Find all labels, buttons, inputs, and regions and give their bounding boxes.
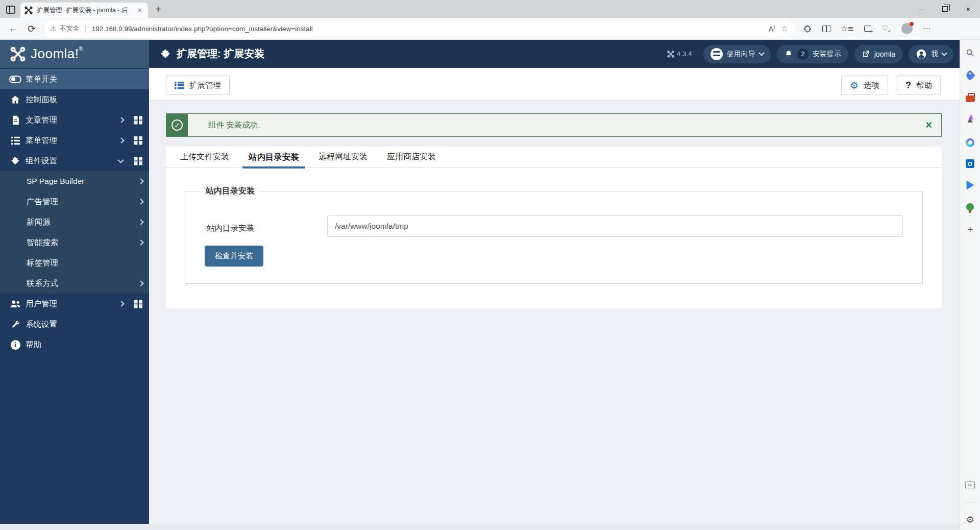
- sidebar-item-label: 文章管理: [26, 115, 57, 126]
- security-label[interactable]: 不安全: [60, 24, 80, 33]
- alert-message: 组件 安装成功.: [208, 120, 260, 131]
- settings-menu-icon[interactable]: ⋯: [923, 24, 930, 33]
- sidebar-subitem-label: 智能搜索: [27, 237, 58, 248]
- screenshot-icon[interactable]: ✂: [965, 479, 976, 491]
- drop-icon[interactable]: [965, 179, 976, 190]
- web-capture-icon[interactable]: [864, 26, 871, 32]
- browser-tab[interactable]: 扩展管理: 扩展安装 - joomla - 后 ×: [20, 3, 148, 18]
- install-folder-input[interactable]: [327, 215, 903, 237]
- chevron-right-icon[interactable]: [118, 301, 124, 306]
- sidebar-item-label: 控制面板: [26, 94, 57, 105]
- sidebar-subitem-contacts[interactable]: 联系方式: [0, 273, 149, 294]
- question-mark-icon: ?: [905, 80, 911, 91]
- profile-avatar[interactable]: [901, 23, 913, 34]
- tab-close-icon[interactable]: ×: [136, 6, 144, 14]
- info-icon: i: [9, 340, 21, 350]
- admin-sidebar: 菜单开关 控制面板 文章管理 菜单管理 组件设置 SP Page Builder…: [0, 68, 149, 524]
- check-and-install-button[interactable]: 检查并安装: [205, 246, 263, 267]
- dashboard-grid-icon[interactable]: [134, 116, 142, 125]
- split-screen-icon[interactable]: [822, 26, 830, 32]
- help-button[interactable]: ? 帮助: [897, 76, 941, 95]
- back-button[interactable]: ←: [4, 23, 22, 34]
- guide-button[interactable]: 使用向导: [703, 45, 771, 63]
- sidebar-subitem-banners[interactable]: 广告管理: [0, 191, 149, 212]
- sidebar-subitem-tags[interactable]: 标签管理: [0, 253, 149, 273]
- guide-button-label: 使用向导: [727, 50, 755, 59]
- sidebar-subitem-finder[interactable]: 智能搜索: [0, 232, 149, 253]
- sidebar-item-system[interactable]: 系统设置: [0, 314, 149, 334]
- tab-install-from-folder[interactable]: 站内目录安装: [242, 147, 305, 167]
- shopping-icon[interactable]: [965, 69, 976, 81]
- tools-icon[interactable]: [965, 92, 976, 103]
- outlook-icon[interactable]: O: [966, 159, 974, 168]
- sidebar-item-content[interactable]: 文章管理: [0, 110, 149, 130]
- preview-site-label: joomla: [874, 50, 895, 58]
- tab-title: 扩展管理: 扩展安装 - joomla - 后: [37, 6, 132, 15]
- browser-urlbar: ← ⟳ ⚠ 不安全 | 192.168.0.99/administrator/i…: [0, 18, 980, 40]
- close-button[interactable]: ×: [957, 0, 980, 17]
- new-tab-button[interactable]: +: [155, 3, 161, 16]
- refresh-button[interactable]: ⟳: [22, 23, 41, 35]
- sidebar-subitem-label: 标签管理: [27, 258, 58, 269]
- extensions-manage-button[interactable]: 扩展管理: [166, 76, 230, 95]
- url-text[interactable]: 192.168.0.99/administrator/index.php?opt…: [92, 25, 763, 33]
- address-bar[interactable]: ⚠ 不安全 | 192.168.0.99/administrator/index…: [44, 20, 794, 37]
- collections-icon[interactable]: ☆≡: [841, 24, 854, 33]
- restore-button[interactable]: [933, 0, 957, 17]
- joomla-logo-icon: [10, 46, 26, 62]
- workspaces-icon[interactable]: [6, 6, 15, 14]
- chevron-right-icon[interactable]: [118, 137, 124, 143]
- sidebar-item-label: 用户管理: [26, 299, 57, 309]
- external-link-icon: [862, 50, 870, 58]
- sidebar-item-menu-toggle[interactable]: 菜单开关: [0, 69, 149, 89]
- sidebar-item-components[interactable]: 组件设置: [0, 151, 149, 171]
- person-icon: [916, 49, 927, 60]
- extensions-icon[interactable]: [803, 25, 812, 33]
- minimize-button[interactable]: –: [910, 0, 933, 17]
- sidebar-item-dashboard[interactable]: 控制面板: [0, 89, 149, 110]
- dashboard-grid-icon[interactable]: [134, 157, 142, 165]
- chevron-right-icon[interactable]: [138, 219, 143, 225]
- chevron-down-icon: [758, 50, 764, 56]
- notifications-button[interactable]: 2 安装提示: [777, 45, 848, 63]
- alert-close-icon[interactable]: ×: [925, 119, 932, 131]
- settings-gear-icon[interactable]: ⚙: [965, 514, 976, 525]
- chevron-right-icon[interactable]: [138, 239, 143, 245]
- browser-essentials-icon[interactable]: ♡✔: [881, 24, 891, 34]
- chevron-down-icon[interactable]: [117, 157, 124, 163]
- user-menu-button[interactable]: 我: [909, 45, 953, 63]
- tab-upload-package[interactable]: 上传文件安装: [174, 147, 235, 167]
- dashboard-grid-icon[interactable]: [134, 136, 142, 145]
- copilot-icon[interactable]: [965, 137, 976, 148]
- install-tabs: 上传文件安装 站内目录安装 远程网址安装 应用商店安装: [166, 147, 942, 168]
- sidebar-item-menus[interactable]: 菜单管理: [0, 130, 149, 151]
- tab-install-from-url[interactable]: 远程网址安装: [312, 147, 374, 167]
- preview-site-button[interactable]: joomla: [854, 45, 902, 63]
- options-button-label: 选项: [864, 80, 879, 91]
- sidebar-item-help[interactable]: i 帮助: [0, 334, 149, 355]
- tree-planting-icon[interactable]: [965, 202, 976, 213]
- read-aloud-icon[interactable]: A): [769, 25, 775, 33]
- tab-install-from-web[interactable]: 应用商店安装: [381, 147, 442, 167]
- sidebar-subitem-newsfeeds[interactable]: 新闻源: [0, 212, 149, 232]
- games-icon[interactable]: ♟: [965, 114, 976, 126]
- chevron-right-icon[interactable]: [118, 117, 124, 123]
- chevron-right-icon[interactable]: [138, 199, 143, 204]
- sidebar-item-label: 菜单管理: [26, 135, 57, 146]
- chevron-right-icon[interactable]: [138, 280, 143, 286]
- warning-icon: ⚠: [50, 25, 57, 33]
- sidebar-item-users[interactable]: 用户管理: [0, 294, 149, 314]
- add-icon[interactable]: +: [965, 224, 976, 235]
- dashboard-grid-icon[interactable]: [134, 300, 142, 308]
- window-controls: – ×: [910, 0, 980, 17]
- sidebar-item-label: 组件设置: [26, 156, 57, 166]
- favorite-star-icon[interactable]: ☆: [781, 24, 788, 33]
- joomla-logo[interactable]: Joomla!®: [0, 40, 149, 68]
- options-button[interactable]: ⚙ 选项: [841, 76, 888, 95]
- search-icon[interactable]: [965, 47, 976, 58]
- sidebar-subitem-sp-page-builder[interactable]: SP Page Builder: [0, 171, 149, 191]
- page-title-wrap: 扩展管理: 扩展安装: [160, 47, 264, 61]
- wrench-icon: [9, 320, 21, 329]
- chevron-right-icon[interactable]: [138, 178, 143, 184]
- users-icon: [9, 299, 21, 308]
